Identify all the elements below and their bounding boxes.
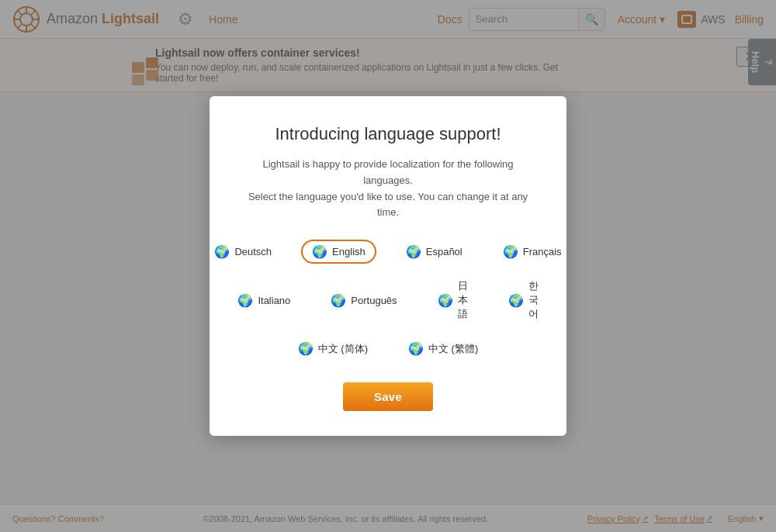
language-row-3: 🌍 中文 (简体) 🌍 中文 (繁體) (241, 337, 535, 361)
globe-icon: 🌍 (214, 244, 230, 259)
language-row-1: 🌍 Deutsch 🌍 English 🌍 Español 🌍 Français (241, 240, 535, 264)
globe-icon: 🌍 (331, 293, 346, 308)
modal-title: Introducing language support! (241, 124, 535, 144)
modal-overlay: Introducing language support! Lightsail … (0, 0, 776, 532)
language-options: 🌍 Deutsch 🌍 English 🌍 Español 🌍 Français (241, 240, 535, 361)
language-option-chinese-traditional[interactable]: 🌍 中文 (繁體) (397, 337, 489, 361)
language-option-chinese-simplified[interactable]: 🌍 中文 (简体) (287, 337, 379, 361)
language-modal: Introducing language support! Lightsail … (210, 96, 566, 436)
language-option-francais[interactable]: 🌍 Français (492, 240, 573, 264)
globe-icon: 🌍 (503, 244, 518, 259)
language-option-portugues[interactable]: 🌍 Português (320, 288, 407, 313)
language-option-deutsch[interactable]: 🌍 Deutsch (203, 240, 282, 264)
language-option-italiano[interactable]: 🌍 Italiano (227, 288, 301, 313)
globe-icon: 🌍 (438, 293, 453, 308)
language-option-english[interactable]: 🌍 English (301, 240, 376, 264)
modal-description: Lightsail is happy to provide localizati… (241, 157, 535, 221)
language-row-2: 🌍 Italiano 🌍 Português 🌍 日本語 🌍 한국어 (241, 275, 535, 326)
globe-icon: 🌍 (312, 244, 327, 259)
globe-icon: 🌍 (408, 341, 424, 356)
language-option-espanol[interactable]: 🌍 Español (395, 240, 473, 264)
save-button[interactable]: Save (343, 382, 433, 411)
globe-icon: 🌍 (406, 244, 421, 259)
globe-icon: 🌍 (237, 293, 253, 308)
language-option-japanese[interactable]: 🌍 日本語 (427, 275, 479, 326)
language-option-korean[interactable]: 🌍 한국어 (497, 275, 549, 326)
globe-icon: 🌍 (298, 341, 314, 356)
globe-icon: 🌍 (508, 293, 524, 308)
